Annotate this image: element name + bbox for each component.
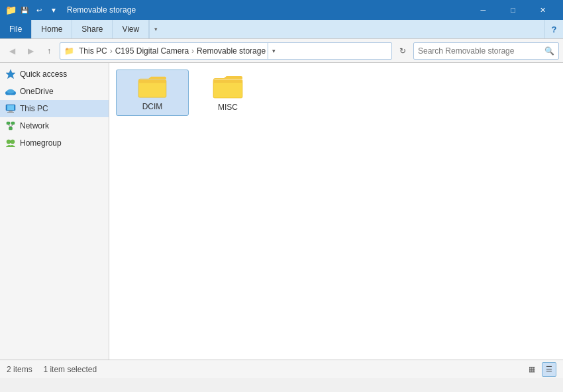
items-count: 2 items xyxy=(7,365,32,374)
network-icon xyxy=(5,121,16,131)
sidebar-item-network[interactable]: Network xyxy=(0,117,109,134)
folder-dcim[interactable]: DCIM xyxy=(116,70,189,116)
path-this-pc[interactable]: This PC xyxy=(77,46,109,56)
minimize-button[interactable]: ─ xyxy=(468,0,498,20)
path-segment: 📁 This PC › C195 Digital Camera › Remova… xyxy=(64,46,268,56)
sidebar-label-homegroup: Homegroup xyxy=(20,138,62,148)
status-info: 2 items 1 item selected xyxy=(7,365,97,374)
refresh-button[interactable]: ↻ xyxy=(395,43,411,59)
path-dropdown[interactable]: ▾ xyxy=(268,42,280,60)
content-area: DCIM MISC xyxy=(109,63,563,360)
path-camera[interactable]: C195 Digital Camera xyxy=(113,46,191,56)
svg-point-13 xyxy=(7,140,11,144)
address-path[interactable]: 📁 This PC › C195 Digital Camera › Remova… xyxy=(60,42,392,60)
sidebar-label-onedrive: OneDrive xyxy=(20,87,54,96)
svg-rect-16 xyxy=(138,80,166,83)
address-bar: ◀ ▶ ↑ 📁 This PC › C195 Digital Camera › … xyxy=(0,39,563,63)
list-view-button[interactable]: ☰ xyxy=(542,362,556,377)
selection-info: 1 item selected xyxy=(43,365,97,374)
folder-misc[interactable]: MISC xyxy=(191,70,264,116)
status-bar: 2 items 1 item selected ▦ ☰ xyxy=(0,360,563,378)
sidebar: Quick access OneDrive This PC xyxy=(0,63,109,360)
svg-rect-6 xyxy=(9,111,13,112)
main-area: Quick access OneDrive This PC xyxy=(0,63,563,360)
sidebar-label-network: Network xyxy=(20,121,49,130)
sidebar-item-this-pc[interactable]: This PC xyxy=(0,100,109,117)
folder-dcim-label: DCIM xyxy=(142,102,163,111)
back-button[interactable]: ◀ xyxy=(4,43,20,59)
qat-dropdown[interactable]: ▼ xyxy=(47,3,60,17)
svg-rect-18 xyxy=(213,79,242,83)
ribbon: File Home Share View ▾ ? xyxy=(0,20,563,39)
help-button[interactable]: ? xyxy=(544,20,563,38)
title-bar-controls: ─ □ ✕ xyxy=(468,0,558,20)
this-pc-icon xyxy=(5,103,16,114)
folder-misc-label: MISC xyxy=(218,103,238,112)
folder-misc-icon xyxy=(212,74,244,100)
up-button[interactable]: ↑ xyxy=(41,43,57,59)
forward-button[interactable]: ▶ xyxy=(23,43,38,59)
qat-undo[interactable]: ↩ xyxy=(32,3,46,17)
qat-save[interactable]: 💾 xyxy=(18,3,31,17)
ribbon-tabs: File Home Share View ▾ ? xyxy=(0,20,563,38)
title-bar-left: 📁 💾 ↩ ▼ Removable storage xyxy=(5,3,136,17)
grid-view-button[interactable]: ▦ xyxy=(525,362,539,377)
sidebar-label-this-pc: This PC xyxy=(20,104,48,113)
folder-dcim-icon xyxy=(136,74,168,99)
ribbon-expand[interactable]: ▾ xyxy=(149,20,162,38)
window-title: Removable storage xyxy=(67,5,136,15)
svg-rect-5 xyxy=(7,105,14,110)
title-bar: 📁 💾 ↩ ▼ Removable storage ─ □ ✕ xyxy=(0,0,563,20)
tab-view[interactable]: View xyxy=(113,20,149,38)
homegroup-icon xyxy=(5,138,16,148)
tab-home[interactable]: Home xyxy=(32,20,72,38)
search-input[interactable] xyxy=(418,46,544,56)
svg-marker-0 xyxy=(6,70,15,79)
sidebar-item-quick-access[interactable]: Quick access xyxy=(0,66,109,83)
search-box[interactable]: 🔍 xyxy=(413,42,559,60)
status-sep xyxy=(34,365,41,374)
search-icon[interactable]: 🔍 xyxy=(544,46,554,56)
onedrive-icon xyxy=(5,86,16,97)
svg-rect-10 xyxy=(9,127,13,130)
svg-line-11 xyxy=(9,124,11,127)
svg-rect-9 xyxy=(11,122,15,124)
quick-access-icon xyxy=(5,69,16,79)
maximize-button[interactable]: □ xyxy=(498,0,528,20)
sidebar-item-homegroup[interactable]: Homegroup xyxy=(0,134,109,152)
svg-point-3 xyxy=(7,89,14,93)
svg-point-14 xyxy=(11,140,15,144)
svg-rect-8 xyxy=(7,122,10,124)
sidebar-label-quick-access: Quick access xyxy=(20,70,67,79)
sidebar-item-onedrive[interactable]: OneDrive xyxy=(0,83,109,100)
path-removable[interactable]: Removable storage xyxy=(195,46,268,56)
svg-line-12 xyxy=(11,124,13,127)
svg-rect-7 xyxy=(7,112,14,113)
view-controls: ▦ ☰ xyxy=(525,362,556,377)
tab-share[interactable]: Share xyxy=(72,20,113,38)
tab-file[interactable]: File xyxy=(0,20,32,38)
close-button[interactable]: ✕ xyxy=(528,0,558,20)
